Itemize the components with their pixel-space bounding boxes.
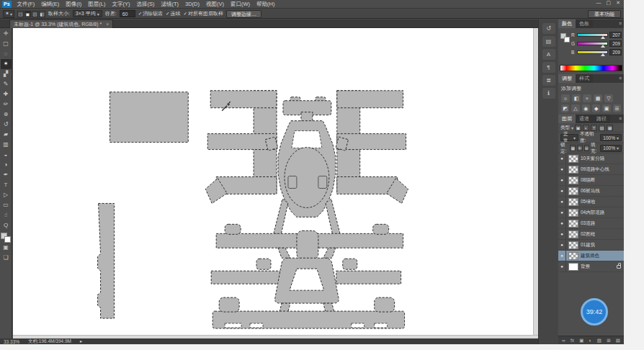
clone-source-icon[interactable]: ≣ (542, 75, 555, 86)
blend-mode-dropdown[interactable]: 正常 ▾ (560, 134, 578, 141)
close-tab-icon[interactable]: × (106, 22, 109, 27)
layer-row[interactable]: ● 09道路中心线 (558, 164, 624, 175)
menu-layer[interactable]: 图层(L) (87, 1, 106, 8)
blue-value[interactable]: 209 (609, 49, 622, 55)
layer-thumbnail[interactable] (568, 155, 578, 163)
lock-position-icon[interactable]: ✛ (577, 145, 582, 151)
actions-icon[interactable]: ▤ (542, 36, 555, 47)
intersect-selection-icon[interactable]: ◧ (39, 11, 45, 17)
layer-thumbnail[interactable] (568, 209, 578, 217)
layer-thumbnail[interactable] (568, 166, 578, 174)
menu-view[interactable]: 视图(V) (205, 1, 225, 8)
chevron-down-icon[interactable]: ▾ (571, 125, 573, 130)
red-slider[interactable] (577, 33, 608, 37)
green-slider[interactable] (577, 42, 608, 45)
layer-row[interactable]: ● 05绿地 (558, 197, 624, 207)
history-icon[interactable]: ↺ (542, 23, 555, 34)
tool-pen[interactable]: ✒ (1, 170, 12, 180)
tool-zoom[interactable]: Q (1, 220, 12, 230)
tool-path-selection[interactable]: ▷ (1, 190, 12, 200)
vertical-scrollbar[interactable] (533, 28, 538, 335)
eye-icon[interactable]: ● (558, 207, 566, 218)
tool-eyedropper[interactable]: ✎ (1, 79, 12, 89)
eye-icon[interactable]: ● (558, 197, 566, 207)
eye-icon[interactable]: ● (558, 186, 566, 197)
tool-blur[interactable]: ◒ (1, 150, 12, 160)
slider-handle[interactable] (601, 45, 605, 48)
panel-menu-icon[interactable]: ≡ (619, 74, 624, 83)
layer-thumbnail[interactable] (568, 230, 578, 238)
menu-3d[interactable]: 3D(D) (184, 1, 200, 7)
sample-all-layers-checkbox[interactable]: ✓ 对所有图层取样 (184, 10, 223, 17)
eye-icon[interactable]: ● (558, 261, 566, 272)
slider-handle[interactable] (601, 53, 605, 56)
tab-styles[interactable]: 样式 (576, 74, 593, 83)
panel-menu-icon[interactable]: ≡ (619, 19, 624, 28)
menu-filter[interactable]: 滤镜(T) (160, 1, 179, 8)
layer-thumbnail[interactable] (568, 252, 578, 260)
filter-type-icon[interactable]: T (591, 125, 597, 131)
maximize-button[interactable]: ▢ (607, 0, 612, 6)
tool-gradient[interactable]: ▥ (1, 140, 12, 150)
layer-thumbnail[interactable] (568, 187, 578, 195)
tool-magic-wand[interactable]: ✶ (1, 59, 12, 69)
new-selection-icon[interactable]: ▢ (17, 11, 24, 17)
levels-icon[interactable]: ◧ (572, 94, 581, 102)
workspace-switcher-button[interactable]: 基本功能 (588, 10, 621, 18)
tab-channels[interactable]: 通道 (576, 115, 593, 123)
eye-icon[interactable]: ● (558, 251, 566, 261)
subtract-from-selection-icon[interactable]: ◫ (32, 11, 38, 17)
menu-file[interactable]: 文件(F) (17, 1, 36, 8)
screen-mode-button[interactable]: ❏ (1, 253, 12, 263)
layer-thumbnail[interactable] (568, 220, 578, 228)
filter-adjustment-icon[interactable]: ◐ (583, 125, 589, 131)
add-to-selection-icon[interactable]: ▣ (24, 11, 31, 17)
document-tab[interactable]: 未标题-1 @ 33.3% (建筑填色, RGB/8) * × (9, 19, 113, 28)
layer-row-selected[interactable]: ● 建筑填色 (558, 251, 624, 261)
fill-dropdown[interactable]: 100% ▾ (600, 145, 622, 152)
tool-move[interactable]: ✛ (1, 29, 12, 39)
eye-icon[interactable]: ● (558, 218, 566, 229)
new-group-icon[interactable]: ▧ (597, 338, 601, 344)
filter-shape-icon[interactable]: ▧ (599, 125, 605, 131)
tab-color[interactable]: 颜色 (558, 19, 576, 28)
tool-type[interactable]: T (1, 180, 12, 190)
eye-icon[interactable]: ● (558, 164, 566, 175)
new-layer-icon[interactable]: ⊞ (607, 338, 610, 344)
zoom-level-field[interactable]: 33.33% (4, 339, 19, 344)
tab-layers[interactable]: 图层 (558, 115, 576, 123)
menu-image[interactable]: 图像(I) (65, 1, 82, 8)
brightness-contrast-icon[interactable]: ☼ (561, 94, 570, 102)
tolerance-input[interactable]: 60 (120, 10, 135, 17)
layer-thumbnail[interactable] (568, 263, 578, 271)
hue-saturation-icon[interactable]: ◩ (561, 104, 569, 112)
curves-icon[interactable]: ≈ (583, 94, 591, 102)
slider-handle[interactable] (601, 36, 605, 39)
color-balance-icon[interactable]: △ (571, 104, 579, 112)
delete-layer-icon[interactable]: ▤ (616, 338, 620, 344)
vibrance-icon[interactable]: ▽ (604, 94, 613, 102)
sample-size-dropdown[interactable]: 3×3 平均 ▾ (73, 10, 102, 17)
color-spectrum-ramp[interactable] (560, 65, 622, 71)
tab-adjustments[interactable]: 调整 (558, 74, 576, 83)
menu-window[interactable]: 窗口(W) (230, 1, 251, 8)
tool-crop[interactable]: ▞ (1, 69, 12, 79)
panel-menu-icon[interactable]: ≡ (619, 115, 624, 123)
red-value[interactable]: 207 (609, 32, 622, 38)
filter-smart-object-icon[interactable]: ▦ (607, 125, 613, 131)
tool-clone-stamp[interactable]: ⊕ (1, 109, 12, 120)
background-color-swatch[interactable] (4, 236, 11, 243)
layer-thumbnail[interactable] (568, 198, 578, 206)
refine-edge-button[interactable]: 调整边缘… (226, 10, 261, 18)
link-layers-icon[interactable]: ∞ (562, 338, 565, 343)
exposure-icon[interactable]: ▦ (594, 94, 602, 102)
blue-slider[interactable] (577, 50, 608, 54)
tab-swatches[interactable]: 色板 (576, 19, 593, 28)
layer-row[interactable]: ● 03道路 (558, 218, 624, 229)
eye-icon[interactable]: ● (558, 153, 566, 164)
layer-style-icon[interactable]: fx (571, 338, 574, 343)
paragraph-icon[interactable]: ¶ (542, 62, 555, 73)
layer-row[interactable]: ● 10天窗分隔 (558, 153, 624, 164)
new-adjustment-layer-icon[interactable]: ◐ (589, 338, 592, 343)
lock-all-icon[interactable]: ⊞ (584, 145, 589, 151)
